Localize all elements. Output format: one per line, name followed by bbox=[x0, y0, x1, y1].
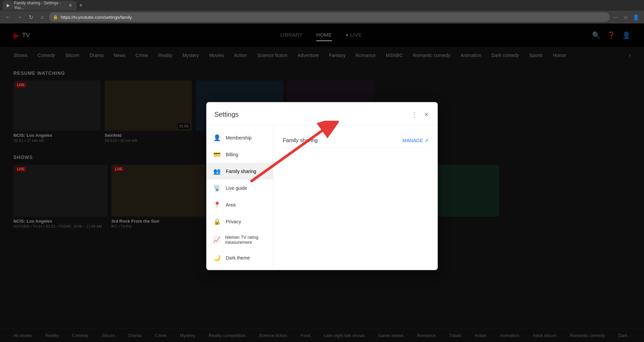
extensions-icon[interactable]: ⋯ bbox=[612, 13, 620, 22]
family-sharing-icon: 👥 bbox=[213, 168, 221, 175]
billing-icon: 💳 bbox=[213, 151, 221, 158]
profile-icon[interactable]: 👤 bbox=[631, 13, 641, 22]
sidebar-item-membership[interactable]: 👤 Membership bbox=[206, 129, 273, 146]
live-guide-icon: 📡 bbox=[213, 184, 221, 192]
external-link-icon: ↗ bbox=[424, 138, 428, 143]
sidebar-item-label: Area bbox=[226, 202, 236, 208]
tab-close[interactable]: ✕ bbox=[68, 3, 72, 8]
settings-body: 👤 Membership 💳 Billing 👥 Family sharing … bbox=[206, 125, 438, 270]
sidebar-item-label: Membership bbox=[226, 135, 252, 140]
sidebar-item-area[interactable]: 📍 Area bbox=[206, 196, 273, 213]
membership-icon: 👤 bbox=[213, 134, 221, 141]
browser-toolbar: ← → ↻ ⌂ 🔒 https://tv.youtube.com/setting… bbox=[0, 11, 644, 23]
nielsen-icon: 📈 bbox=[213, 236, 220, 243]
settings-title: Settings bbox=[214, 110, 238, 118]
manage-label: MANAGE bbox=[402, 138, 423, 143]
sidebar-item-label: Dark theme bbox=[226, 255, 250, 261]
settings-sidebar: 👤 Membership 💳 Billing 👥 Family sharing … bbox=[206, 125, 273, 270]
settings-modal: Settings ⋮ × 👤 Membership 💳 Billing 👥 bbox=[206, 102, 438, 270]
sidebar-item-live-guide[interactable]: 📡 Live guide bbox=[206, 180, 273, 196]
area-icon: 📍 bbox=[213, 201, 221, 209]
privacy-icon: 🔒 bbox=[213, 218, 221, 225]
family-sharing-row: Family sharing MANAGE ↗ bbox=[283, 133, 428, 148]
sidebar-item-label: Billing bbox=[226, 152, 238, 157]
sidebar-item-billing[interactable]: 💳 Billing bbox=[206, 146, 273, 163]
home-button[interactable]: ⌂ bbox=[38, 12, 47, 22]
settings-more-button[interactable]: ⋮ bbox=[410, 109, 419, 120]
back-button[interactable]: ← bbox=[3, 12, 13, 22]
manage-link[interactable]: MANAGE ↗ bbox=[402, 138, 428, 143]
settings-header-icons: ⋮ × bbox=[410, 109, 430, 120]
settings-header: Settings ⋮ × bbox=[206, 102, 438, 125]
settings-content: Family sharing MANAGE ↗ bbox=[273, 125, 438, 270]
sidebar-item-nielsen[interactable]: 📈 Nielsen TV rating measurement bbox=[206, 230, 273, 249]
forward-button[interactable]: → bbox=[15, 12, 24, 22]
bookmarks-icon[interactable]: ☆ bbox=[622, 13, 629, 22]
lock-icon: 🔒 bbox=[53, 15, 58, 19]
browser-tab-bar: ▶ Family sharing - Settings - You... ✕ + bbox=[0, 0, 644, 11]
dark-theme-icon: 🌙 bbox=[213, 254, 221, 262]
sidebar-item-family-sharing[interactable]: 👥 Family sharing bbox=[206, 163, 273, 180]
sidebar-item-label: Family sharing bbox=[226, 169, 256, 174]
sidebar-item-label: Live guide bbox=[226, 185, 247, 191]
browser-chrome: ▶ Family sharing - Settings - You... ✕ +… bbox=[0, 0, 644, 23]
address-text: https://tv.youtube.com/settings/family bbox=[61, 15, 132, 20]
settings-close-button[interactable]: × bbox=[423, 109, 430, 119]
tab-favicon: ▶ bbox=[7, 3, 11, 8]
family-sharing-label: Family sharing bbox=[283, 137, 318, 144]
yt-app: ▶ TV LIBRARY HOME ● LIVE 🔍 ❓ 👤 Shows Com… bbox=[0, 23, 644, 342]
address-bar[interactable]: 🔒 https://tv.youtube.com/settings/family bbox=[49, 12, 610, 22]
refresh-button[interactable]: ↻ bbox=[26, 12, 36, 22]
toolbar-icons: ⋯ ☆ 👤 bbox=[612, 13, 641, 22]
tab-title: Family sharing - Settings - You... bbox=[14, 1, 64, 10]
browser-tab[interactable]: ▶ Family sharing - Settings - You... ✕ bbox=[3, 1, 76, 10]
sidebar-item-privacy[interactable]: 🔒 Privacy bbox=[206, 213, 273, 230]
sidebar-item-dark-theme[interactable]: 🌙 Dark theme bbox=[206, 249, 273, 266]
new-tab-button[interactable]: + bbox=[76, 1, 86, 10]
sidebar-item-label: Nielsen TV rating measurement bbox=[225, 235, 266, 245]
sidebar-item-label: Privacy bbox=[226, 219, 241, 224]
